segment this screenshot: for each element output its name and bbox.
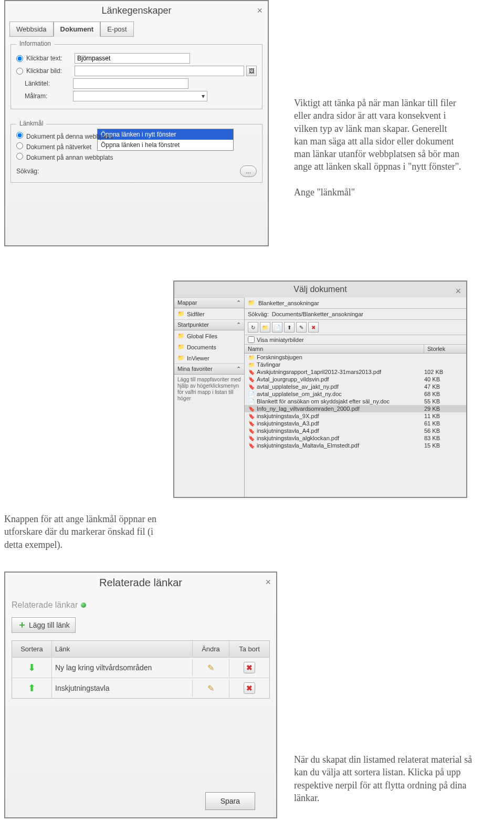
file-row[interactable]: 🔖inskjutningstavla_9X.pdf11 KB <box>245 412 466 420</box>
toolbar-button[interactable]: ↻ <box>248 322 258 333</box>
file-name: avtal_upplatelse_om_jakt_ny.doc <box>257 391 424 397</box>
file-size: 83 KB <box>424 435 463 441</box>
delete-icon[interactable]: ✖ <box>244 682 255 694</box>
klickbar-text-radio[interactable] <box>16 55 23 62</box>
file-row[interactable]: 📁Forskningsbjugen <box>245 354 466 361</box>
annotation-text: Viktigt att tänka på när man länkar till… <box>294 97 462 199</box>
file-row[interactable]: 🔖Avtal_jourgrupp_vildsvin.pdf40 KB <box>245 376 466 383</box>
related-links-table: Sortera Länk Ändra Ta bort ⬇Ny lag kring… <box>12 640 270 699</box>
close-icon[interactable]: × <box>257 5 262 16</box>
file-size: 15 KB <box>424 442 463 449</box>
file-row[interactable]: 🔖inskjutningstavla_A4.pdf56 KB <box>245 427 466 434</box>
delete-icon[interactable]: ✖ <box>244 662 255 673</box>
col-del: Ta bort <box>229 641 269 657</box>
klickbar-bild-input[interactable] <box>75 66 244 76</box>
dialog-title: Relaterade länkar <box>5 573 276 594</box>
dialog-title: Länkegenskaper <box>5 1 268 22</box>
breadcrumb-folder[interactable]: Blanketter_ansokningar <box>258 300 319 306</box>
klickbar-bild-radio[interactable] <box>16 68 23 75</box>
file-size: 56 KB <box>424 428 463 434</box>
klickbar-text-label: Klickbar text: <box>26 55 75 62</box>
close-icon[interactable]: × <box>455 286 461 297</box>
lankmal-label-denna: Dokument på denna webbplats <box>26 133 113 140</box>
save-button[interactable]: Spara <box>205 792 255 810</box>
file-name: avtal_upplatelse_av_jakt_ny.pdf <box>257 383 424 390</box>
file-name: Avtal_jourgrupp_vildsvin.pdf <box>257 376 424 382</box>
file-browser-main: 📁 Blanketter_ansokningar Sökväg: Documen… <box>245 297 466 497</box>
lankmal-radio-natverket[interactable] <box>16 142 23 149</box>
sidebar: Mappar⌃ 📁Sidfiler Startpunkter⌃ 📁Global … <box>174 297 245 497</box>
sokvag-label: Sökväg: <box>248 311 269 317</box>
lankmal-label-natverket: Dokument på nätverket <box>26 143 91 151</box>
pdf-icon: 🔖 <box>248 428 255 434</box>
file-name: Avskjutningsrapport_1april2012-31mars201… <box>257 369 424 375</box>
arrow-up-icon[interactable]: ⬆ <box>28 683 36 693</box>
toolbar-button[interactable]: ✖ <box>308 322 319 333</box>
sidebar-item-documents[interactable]: 📁Documents <box>174 341 244 352</box>
file-row[interactable]: 🔖Avskjutningsrapport_1april2012-31mars20… <box>245 368 466 376</box>
lankmal-radio-denna[interactable] <box>16 132 23 139</box>
toolbar-button[interactable]: ⬆ <box>284 322 295 333</box>
pdf-icon: 🔖 <box>248 406 255 412</box>
file-name: inskjutningstavla_algklockan.pdf <box>257 435 424 441</box>
col-size[interactable]: Storlek <box>424 345 466 353</box>
file-row[interactable]: 📁Tävlingar <box>245 361 466 368</box>
file-row[interactable]: 🔖avtal_upplatelse_av_jakt_ny.pdf47 KB <box>245 383 466 390</box>
status-dot-icon <box>81 603 86 608</box>
folder-icon: 📁 <box>248 362 255 368</box>
file-size: 61 KB <box>424 420 463 427</box>
sidebar-item-global[interactable]: 📁Global Files <box>174 330 244 341</box>
doc-icon: 📄 <box>248 391 255 397</box>
sidebar-item-sidfiler[interactable]: 📁Sidfiler <box>174 308 244 319</box>
tab-epost[interactable]: E-post <box>100 22 134 37</box>
edit-icon[interactable]: ✎ <box>207 663 214 672</box>
file-list: 📁Forskningsbjugen📁Tävlingar🔖Avskjutnings… <box>245 354 466 497</box>
file-row[interactable]: 🔖inskjutningstavla_Maltavla_Elmstedt.pdf… <box>245 442 466 449</box>
pdf-icon: 🔖 <box>248 421 255 427</box>
sidebar-header-mappar[interactable]: Mappar⌃ <box>174 297 244 308</box>
add-link-button[interactable]: ＋ Lägg till länk <box>12 617 76 633</box>
file-row[interactable]: 📄Blankett för ansökan om skyddsjakt efte… <box>245 398 466 405</box>
sidebar-header-startpunkter[interactable]: Startpunkter⌃ <box>174 319 244 330</box>
arrow-down-icon[interactable]: ⬇ <box>28 662 36 673</box>
file-row[interactable]: 🔖inskjutningstavla_A3.pdf61 KB <box>245 420 466 427</box>
col-edit: Ändra <box>193 641 229 657</box>
toolbar-button[interactable]: ✎ <box>296 322 307 333</box>
tab-webbsida[interactable]: Webbsida <box>9 22 54 37</box>
file-name: Info_ny_lag_viltvardsomraden_2000.pdf <box>257 406 424 412</box>
lankmal-legend: Länkmål <box>16 120 46 127</box>
malram-select[interactable]: ▾ <box>73 91 207 101</box>
tab-dokument[interactable]: Dokument <box>54 22 101 37</box>
lanktitel-input[interactable] <box>73 78 188 89</box>
toolbar-button[interactable]: 📁 <box>260 322 270 333</box>
plus-icon: ＋ <box>17 621 26 629</box>
col-name[interactable]: Namn <box>245 345 424 353</box>
related-link-row: ⬆Inskjutningstavla✎✖ <box>12 678 269 698</box>
sidebar-header-favoriter[interactable]: Mina favoriter⌃ <box>174 363 244 375</box>
sidebar-item-inviewer[interactable]: 📁InViewer <box>174 352 244 363</box>
thumbnails-label: Visa miniatyrbilder <box>257 337 304 343</box>
file-list-header: Namn Storlek <box>245 344 466 354</box>
edit-icon[interactable]: ✎ <box>207 684 214 693</box>
link-name: Inskjutningstavla <box>52 680 193 697</box>
browse-button[interactable]: ... <box>240 165 257 177</box>
pdf-icon: 🔖 <box>248 443 255 449</box>
thumbnails-checkbox[interactable] <box>248 336 255 343</box>
close-icon[interactable]: × <box>265 577 271 588</box>
file-row[interactable]: 🔖inskjutningstavla_algklockan.pdf83 KB <box>245 434 466 442</box>
tab-row: Webbsida Dokument E-post <box>5 22 268 37</box>
file-size: 40 KB <box>424 376 463 382</box>
file-row[interactable]: 🔖Info_ny_lag_viltvardsomraden_2000.pdf29… <box>245 405 466 412</box>
klickbar-text-input[interactable] <box>75 53 190 64</box>
dialog-title: Välj dokument <box>174 282 466 297</box>
image-picker-icon[interactable]: 🖼 <box>246 66 257 76</box>
file-name: Blankett för ansökan om skyddsjakt efter… <box>257 398 424 404</box>
folder-icon: 📁 <box>177 310 185 317</box>
lankmal-radio-annan[interactable] <box>16 153 23 160</box>
file-row[interactable]: 📄avtal_upplatelse_om_jakt_ny.doc68 KB <box>245 390 466 398</box>
lanktitel-label: Länktitel: <box>25 80 73 87</box>
choose-document-dialog: Välj dokument × Mappar⌃ 📁Sidfiler Startp… <box>173 281 467 498</box>
toolbar-button[interactable]: 📄 <box>272 322 282 333</box>
link-properties-dialog: Länkegenskaper × Webbsida Dokument E-pos… <box>4 0 269 246</box>
pdf-icon: 🔖 <box>248 384 255 390</box>
